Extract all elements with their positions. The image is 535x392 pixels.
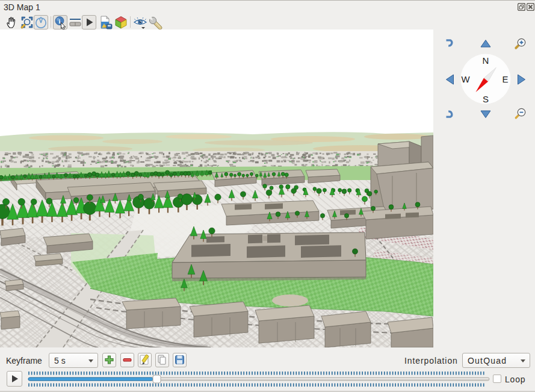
svg-text:N: N bbox=[483, 55, 489, 66]
svg-text:E: E bbox=[502, 74, 508, 84]
svg-text:S: S bbox=[483, 94, 489, 104]
svg-text:W: W bbox=[461, 74, 470, 84]
svg-text:i: i bbox=[59, 18, 61, 25]
